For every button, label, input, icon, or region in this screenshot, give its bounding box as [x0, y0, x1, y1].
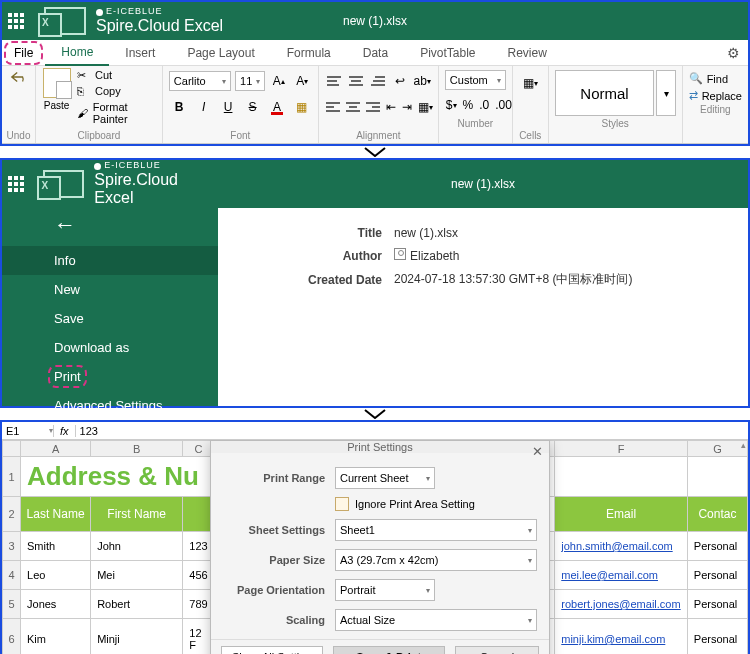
find-button[interactable]: 🔍Find — [689, 72, 742, 85]
grow-font-button[interactable]: A▴ — [269, 70, 288, 92]
formula-value[interactable]: 123 — [76, 425, 98, 437]
sidebar-item-save[interactable]: Save — [2, 304, 218, 333]
font-size-combo[interactable]: 11▾ — [235, 71, 265, 91]
decrease-indent-button[interactable]: ⇤ — [385, 96, 397, 118]
col-A[interactable]: A — [21, 441, 91, 457]
cut-button[interactable]: ✂Cut — [75, 68, 156, 82]
increase-indent-button[interactable]: ⇥ — [401, 96, 413, 118]
tab-formula[interactable]: Formula — [271, 41, 347, 65]
tab-review[interactable]: Review — [492, 41, 563, 65]
hdr-last-name[interactable]: Last Name — [21, 497, 91, 532]
email-link[interactable]: mei.lee@email.com — [561, 569, 658, 581]
group-alignment-label: Alignment — [325, 128, 432, 143]
print-range-label: Print Range — [223, 472, 335, 484]
tab-page-layout[interactable]: Page Layout — [171, 41, 270, 65]
sidebar-item-print-label: Print — [54, 369, 81, 384]
align-top-button[interactable] — [325, 70, 343, 92]
email-link[interactable]: minji.kim@email.com — [561, 633, 665, 645]
col-F[interactable]: F — [555, 441, 688, 457]
orientation-combo[interactable]: Portrait▾ — [335, 579, 435, 601]
cancel-button[interactable]: Cancel — [455, 646, 539, 654]
copy-icon: ⎘ — [77, 85, 91, 97]
group-number-label: Number — [445, 116, 506, 131]
replace-button[interactable]: ⇄Replace — [689, 89, 742, 102]
chevron-down-icon: ▾ — [528, 616, 532, 625]
align-middle-button[interactable] — [347, 70, 365, 92]
hdr-email[interactable]: Email — [555, 497, 688, 532]
save-and-print-button[interactable]: Save & Print — [333, 646, 446, 654]
font-color-button[interactable]: A — [267, 96, 288, 118]
paste-button[interactable]: Paste — [42, 68, 71, 128]
search-icon: 🔍 — [689, 72, 703, 85]
currency-button[interactable]: $▾ — [445, 94, 458, 116]
bold-button[interactable]: B — [169, 96, 190, 118]
hdr-contact[interactable]: Contac — [687, 497, 747, 532]
fx-icon[interactable]: fx — [54, 425, 76, 437]
scaling-combo[interactable]: Actual Size▾ — [335, 609, 537, 631]
brand-big: Spire.Cloud Excel — [96, 17, 223, 35]
shrink-font-button[interactable]: A▾ — [292, 70, 311, 92]
align-right-button[interactable] — [365, 96, 381, 118]
tab-file[interactable]: File — [6, 43, 41, 63]
apps-grid-icon[interactable] — [8, 13, 30, 29]
cell-reference-box[interactable]: E1▾ — [2, 425, 54, 437]
paper-size-label: Paper Size — [223, 554, 335, 566]
info-created-value: 2024-07-18 13:57:30 GMT+8 (中国标准时间) — [394, 271, 632, 288]
italic-button[interactable]: I — [193, 96, 214, 118]
font-name-combo[interactable]: Carlito▾ — [169, 71, 231, 91]
fill-color-button[interactable]: ▦ — [291, 96, 312, 118]
align-center-button[interactable] — [345, 96, 361, 118]
print-range-combo[interactable]: Current Sheet▾ — [335, 467, 435, 489]
settings-gear-icon[interactable]: ⚙ — [727, 45, 740, 61]
scroll-up-icon[interactable]: ▴ — [741, 440, 746, 450]
insert-cells-button[interactable]: ▦▾ — [519, 72, 541, 94]
orientation-button[interactable]: ab▾ — [412, 70, 431, 92]
decrease-decimal-button[interactable]: .0 — [478, 94, 490, 116]
align-left-button[interactable] — [325, 96, 341, 118]
sheet-settings-combo[interactable]: Sheet1▾ — [335, 519, 537, 541]
align-bottom-button[interactable] — [369, 70, 387, 92]
strike-button[interactable]: S — [242, 96, 263, 118]
apps-grid-icon[interactable] — [8, 176, 29, 192]
sidebar-item-new[interactable]: New — [2, 275, 218, 304]
format-painter-label: Format Painter — [93, 101, 154, 125]
number-format-combo[interactable]: Custom▾ — [445, 70, 506, 90]
ignore-print-area-label: Ignore Print Area Setting — [355, 498, 475, 510]
col-G[interactable]: G — [687, 441, 747, 457]
tab-pivot[interactable]: PivotTable — [404, 41, 491, 65]
print-settings-dialog: Print Settings ✕ Print Range Current She… — [210, 440, 550, 654]
merge-button[interactable]: ▦▾ — [417, 96, 434, 118]
show-all-settings-button[interactable]: Show All Setting — [221, 646, 323, 654]
titlebar: X E-ICEBLUE Spire.Cloud Excel new (1).xl… — [2, 2, 748, 40]
col-B[interactable]: B — [91, 441, 183, 457]
format-painter-button[interactable]: 🖌Format Painter — [75, 100, 156, 126]
close-icon[interactable]: ✕ — [532, 444, 543, 459]
hdr-first-name[interactable]: First Name — [91, 497, 183, 532]
backstage-info-panel: new (1).xlsx Titlenew (1).xlsx AuthorEli… — [218, 160, 748, 406]
main-window: X E-ICEBLUE Spire.Cloud Excel new (1).xl… — [0, 0, 750, 146]
undo-icon[interactable] — [10, 70, 28, 86]
tab-insert[interactable]: Insert — [109, 41, 171, 65]
tab-home[interactable]: Home — [45, 40, 109, 66]
paper-size-combo[interactable]: A3 (29.7cm x 42cm)▾ — [335, 549, 537, 571]
increase-decimal-button[interactable]: .00 — [494, 94, 513, 116]
sidebar-item-print[interactable]: Print — [2, 362, 218, 391]
scissors-icon: ✂ — [77, 69, 91, 81]
email-link[interactable]: john.smith@email.com — [561, 540, 672, 552]
style-normal-button[interactable]: Normal — [555, 70, 655, 116]
sheet-title[interactable]: Address & Nu — [21, 457, 215, 497]
sidebar-item-info[interactable]: Info — [2, 246, 218, 275]
percent-button[interactable]: % — [462, 94, 475, 116]
ignore-print-area-checkbox[interactable] — [335, 497, 349, 511]
sidebar-item-advanced[interactable]: Advanced Settings — [2, 391, 218, 420]
wrap-text-button[interactable]: ↩ — [391, 70, 409, 92]
find-label: Find — [707, 73, 728, 85]
underline-button[interactable]: U — [218, 96, 239, 118]
backstage-titlebar: X E-ICEBLUE Spire.Cloud Excel — [2, 160, 218, 208]
copy-button[interactable]: ⎘Copy — [75, 84, 156, 98]
sidebar-item-download[interactable]: Download as — [2, 333, 218, 362]
back-arrow-icon[interactable]: ← — [2, 208, 218, 246]
style-more-button[interactable]: ▾ — [656, 70, 675, 116]
tab-data[interactable]: Data — [347, 41, 404, 65]
email-link[interactable]: robert.jones@email.com — [561, 598, 680, 610]
